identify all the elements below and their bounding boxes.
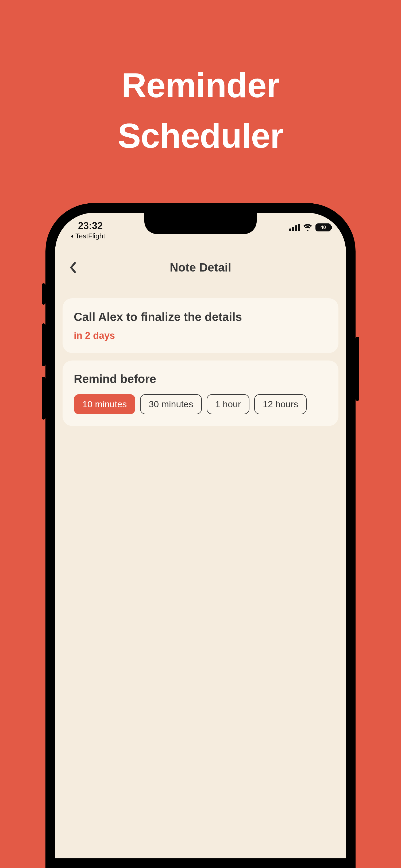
remind-option-chip[interactable]: 1 hour <box>207 394 249 414</box>
nav-header: Note Detail <box>55 255 346 280</box>
page-title: Note Detail <box>170 261 231 274</box>
phone-side-button <box>42 283 45 305</box>
wifi-icon <box>303 224 312 231</box>
note-card[interactable]: Call Alex to finalize the details in 2 d… <box>63 298 338 353</box>
remind-option-chip[interactable]: 12 hours <box>254 394 307 414</box>
status-back-label: TestFlight <box>75 232 105 240</box>
phone-side-button <box>356 337 359 401</box>
remind-title: Remind before <box>74 372 327 385</box>
phone-side-button <box>42 323 45 366</box>
status-left: 23:32 TestFlight <box>70 220 105 240</box>
phone-screen: 23:32 TestFlight 40 <box>55 213 346 858</box>
phone-device-frame: 23:32 TestFlight 40 <box>45 203 356 868</box>
remind-option-chip[interactable]: 10 minutes <box>74 394 135 414</box>
cellular-signal-icon <box>289 224 300 231</box>
status-time: 23:32 <box>70 220 103 231</box>
content-area: Call Alex to finalize the details in 2 d… <box>63 298 338 433</box>
remind-option-chip[interactable]: 30 minutes <box>140 394 202 414</box>
back-triangle-icon <box>70 234 74 239</box>
note-title: Call Alex to finalize the details <box>74 310 327 324</box>
promo-title: Reminder Scheduler <box>0 60 401 161</box>
promo-title-line1: Reminder <box>121 66 280 105</box>
battery-level: 40 <box>317 225 330 230</box>
remind-card: Remind before 10 minutes30 minutes1 hour… <box>63 361 338 426</box>
chevron-left-icon <box>69 262 76 273</box>
phone-notch <box>144 213 257 234</box>
remind-option-row[interactable]: 10 minutes30 minutes1 hour12 hours <box>74 394 327 414</box>
note-due: in 2 days <box>74 330 327 341</box>
back-button[interactable] <box>65 259 81 276</box>
promo-title-line2: Scheduler <box>118 116 283 155</box>
phone-side-button <box>42 377 45 420</box>
status-right: 40 <box>289 220 331 231</box>
battery-icon: 40 <box>315 223 331 231</box>
status-back-to-app[interactable]: TestFlight <box>70 232 105 240</box>
